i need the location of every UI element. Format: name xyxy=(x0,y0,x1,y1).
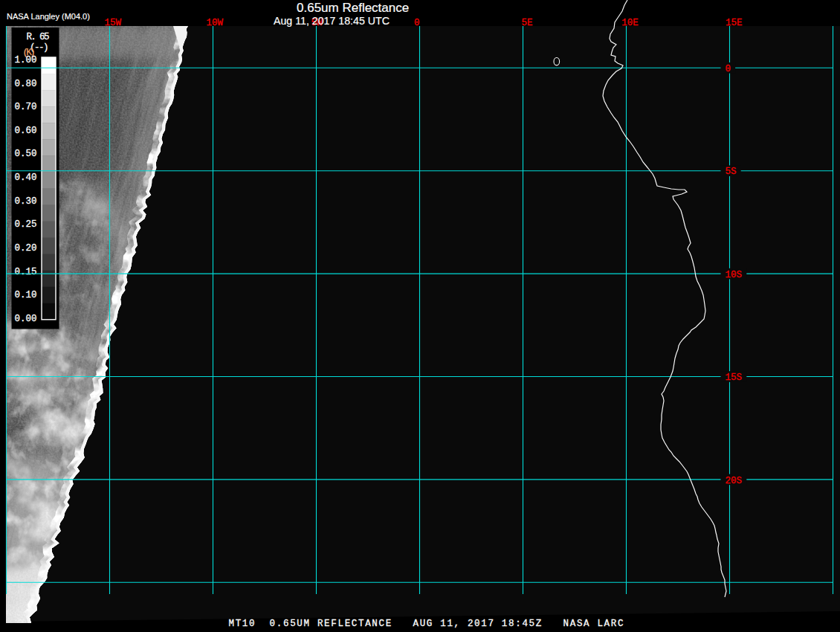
svg-text:0: 0 xyxy=(726,64,731,74)
svg-text:5S: 5S xyxy=(726,167,737,177)
svg-text:NASA Langley (M04.0): NASA Langley (M04.0) xyxy=(7,12,90,21)
svg-text:0.25: 0.25 xyxy=(15,219,37,230)
svg-text:15W: 15W xyxy=(105,18,122,28)
svg-text:15E: 15E xyxy=(726,18,743,28)
svg-text:0.20: 0.20 xyxy=(15,243,37,254)
svg-text:0.10: 0.10 xyxy=(15,290,37,300)
svg-text:R. 65: R. 65 xyxy=(27,32,50,42)
svg-text:0.15: 0.15 xyxy=(15,267,37,277)
svg-text:0.70: 0.70 xyxy=(15,102,37,112)
svg-text:0.40: 0.40 xyxy=(15,172,37,183)
svg-text:1.00: 1.00 xyxy=(15,55,37,65)
svg-text:5E: 5E xyxy=(522,18,533,28)
svg-text:0: 0 xyxy=(414,18,420,28)
svg-text:0.65um Reflectance: 0.65um Reflectance xyxy=(297,1,409,15)
svg-text:0.00: 0.00 xyxy=(15,314,37,324)
svg-text:0.50: 0.50 xyxy=(15,149,37,159)
svg-text:MT10 0.65UM REFLECTANCE AUG: MT10 0.65UM REFLECTANCE AUG 11, 2017 18:… xyxy=(229,619,624,629)
svg-text:10S: 10S xyxy=(726,270,743,280)
svg-text:0.80: 0.80 xyxy=(15,79,37,89)
svg-text:0.30: 0.30 xyxy=(15,196,37,207)
svg-text:15S: 15S xyxy=(726,373,743,383)
svg-text:10E: 10E xyxy=(621,18,639,28)
svg-text:10W: 10W xyxy=(207,18,224,28)
svg-text:Aug 11, 2017 18:45 UTC: Aug 11, 2017 18:45 UTC xyxy=(274,15,390,27)
svg-text:0.60: 0.60 xyxy=(15,126,37,136)
svg-text:20S: 20S xyxy=(726,476,743,486)
